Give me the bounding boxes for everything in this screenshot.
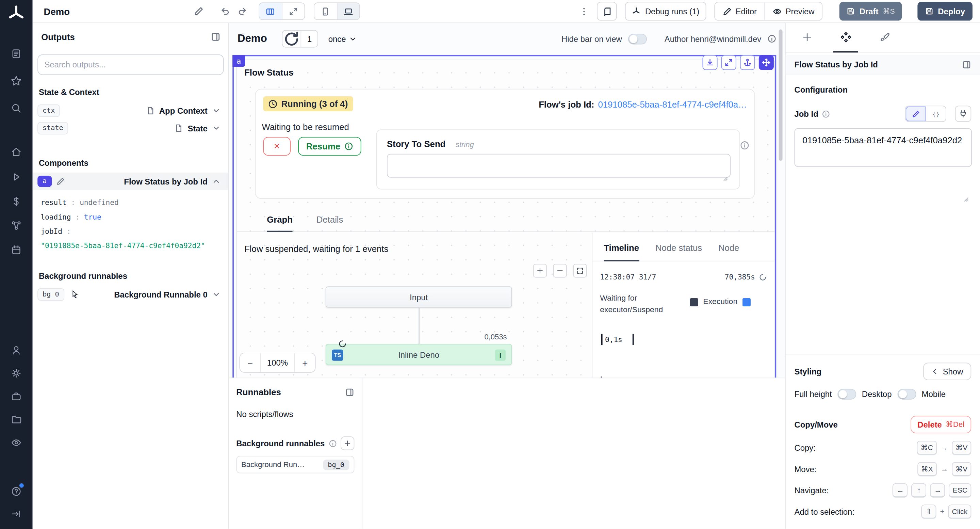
tick-mark [601,334,602,345]
add-runnable-button[interactable] [340,437,354,450]
tab-node-status[interactable]: Node status [655,243,702,261]
tab-graph[interactable]: Graph [267,215,293,232]
docs-book-button[interactable] [597,2,617,21]
rename-pencil-icon[interactable] [56,177,65,186]
workers-briefcase-icon[interactable] [0,387,33,406]
delete-button[interactable]: Delete ⌘Del [911,416,971,433]
info-icon[interactable] [768,34,776,43]
insert-component-tab-plus-icon[interactable] [794,23,819,53]
component-move-icon[interactable] [759,55,774,70]
graph-node-input[interactable]: Input [326,286,512,308]
deploy-save-icon [925,7,934,16]
components-title: Components [37,158,223,168]
bg-runnables-header: Background runnables [236,437,354,450]
chevron-down-icon[interactable] [212,290,221,299]
selected-component-frame[interactable]: a Flow Status Running (3 of 4) [232,55,776,378]
styling-tab-brush-icon[interactable] [872,23,897,53]
runnables-panel: Runnables No scripts/flows Background ru… [229,378,785,529]
refresh-group: 1 [282,30,318,47]
flow-job-id-link[interactable]: 0191085e-5baa-81ef-4774-c9ef4f0a… [598,99,746,109]
state-badge: state [37,122,68,134]
resize-grip-icon[interactable] [964,193,969,198]
chevron-up-icon[interactable] [212,177,221,186]
columns-layout-icon[interactable] [259,3,282,19]
tab-details[interactable]: Details [317,215,343,232]
fit-view-icon[interactable] [573,264,587,277]
resize-grip-icon[interactable] [723,172,728,178]
collapse-panel-icon[interactable] [345,387,355,397]
state-row[interactable]: state State [33,120,228,137]
desktop-view-icon[interactable] [337,3,359,19]
preview-tab[interactable]: Preview [764,2,822,20]
job-id-input[interactable]: 0191085e-5baa-81ef-4774-c9ef4f0a92d2 [794,128,972,167]
static-mode-pencil-icon[interactable] [905,106,926,121]
ctx-row[interactable]: ctx App Context [33,102,228,119]
kebab-menu-icon[interactable] [579,6,589,16]
bg-runnable-row[interactable]: bg_0 Background Runnable 0 [33,285,228,303]
tab-timeline[interactable]: Timeline [604,243,639,261]
collapse-arrow-icon[interactable] [0,505,33,523]
runs-play-icon[interactable] [0,167,33,186]
apps-icon[interactable] [0,44,33,63]
info-icon[interactable] [740,140,749,150]
timeline-ticks: 0,1s [600,334,767,347]
info-icon[interactable] [822,110,830,118]
refresh-icon[interactable] [283,31,301,47]
component-settings-tab-icon[interactable] [833,23,858,53]
desktop-toggle[interactable] [897,389,916,399]
help-icon[interactable] [0,482,33,501]
resources-hub-icon[interactable] [0,217,33,235]
home-icon[interactable] [0,143,33,161]
hide-bar-toggle[interactable] [628,33,647,44]
debug-runs-button[interactable]: Debug runs (1) [625,2,706,21]
configuration-title: Configuration [794,85,971,95]
deploy-button[interactable]: Deploy [917,2,972,21]
connect-plug-icon[interactable] [955,105,972,122]
search-icon[interactable] [0,99,33,118]
zoom-out-icon[interactable] [553,264,567,277]
cancel-button[interactable]: × [263,137,291,156]
kbd-shift: ⇧ [921,505,936,518]
edit-title-pencil-icon[interactable] [194,6,204,16]
tab-node[interactable]: Node [718,243,739,261]
zoom-in-icon[interactable] [533,264,547,277]
schedule-dropdown[interactable]: once [328,34,357,43]
component-row-a[interactable]: a Flow Status by Job Id [33,172,228,190]
hide-bar-label: Hide bar on view [562,34,622,43]
component-expand-icon[interactable] [721,55,737,70]
eval-mode-icon[interactable]: {} [926,106,946,121]
settings-icon-tabs [786,23,980,53]
favorites-star-icon[interactable] [0,71,33,90]
full-height-toggle[interactable] [837,389,856,399]
settings-gear-icon[interactable] [0,364,33,382]
graph-node-inline-deno[interactable]: TS Inline Deno I [326,344,512,365]
bg-runnable-item[interactable]: Background Runnable 0 bg_0 [236,456,354,473]
undo-icon[interactable] [220,6,230,16]
users-icon[interactable] [0,341,33,360]
search-outputs-input[interactable] [37,54,224,75]
canvas-scrollbar[interactable] [779,29,783,161]
kbd-click: Click [948,505,971,518]
zoom-plus-button[interactable]: + [295,353,315,372]
draft-button[interactable]: Draft ⌘S [840,2,902,21]
folders-icon[interactable] [0,410,33,429]
variables-dollar-icon[interactable] [0,192,33,211]
story-textarea[interactable] [387,154,730,178]
show-styling-button[interactable]: Show [924,363,972,380]
audit-eye-icon[interactable] [0,433,33,452]
redo-icon[interactable] [237,6,247,16]
editor-tab[interactable]: Editor [715,2,764,20]
schedules-calendar-icon[interactable] [0,241,33,260]
collapse-panel-icon[interactable] [211,32,221,42]
chevron-down-icon[interactable] [212,124,221,133]
resume-form-box: Story To Send string [376,129,740,189]
component-download-icon[interactable] [702,55,717,70]
info-icon[interactable] [328,439,337,447]
chevron-down-icon[interactable] [212,106,221,115]
zoom-minus-button[interactable]: − [240,353,260,372]
collapse-panel-icon[interactable] [962,60,972,69]
resume-button[interactable]: Resume [298,137,361,156]
expand-layout-icon[interactable] [282,3,304,19]
component-anchor-icon[interactable] [740,55,755,70]
mobile-view-icon[interactable] [314,3,337,19]
